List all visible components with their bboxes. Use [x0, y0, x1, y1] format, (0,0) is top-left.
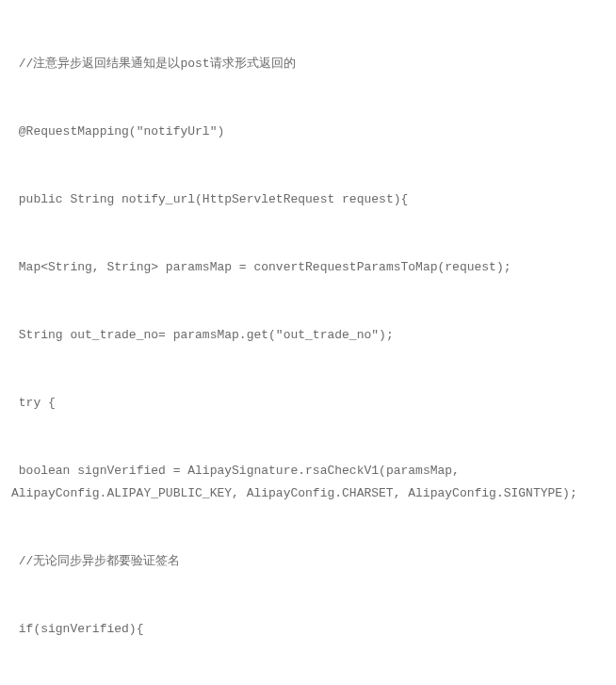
code-line: Map<String, String> paramsMap = convertR… [11, 256, 605, 279]
code-line: @RequestMapping("notifyUrl") [11, 121, 605, 143]
code-line: //无论同步异步都要验证签名 [11, 550, 605, 573]
code-line: boolean signVerified = AlipaySignature.r… [11, 460, 605, 505]
code-line: //注意异步返回结果通知是以post请求形式返回的 [11, 53, 605, 75]
code-line: try { [11, 392, 605, 415]
code-block: //注意异步返回结果通知是以post请求形式返回的 @RequestMappin… [11, 8, 605, 685]
code-line: if(signVerified){ [11, 618, 605, 641]
code-line: public String notify_url(HttpServletRequ… [11, 188, 605, 211]
code-line: String out_trade_no= paramsMap.get("out_… [11, 324, 605, 347]
